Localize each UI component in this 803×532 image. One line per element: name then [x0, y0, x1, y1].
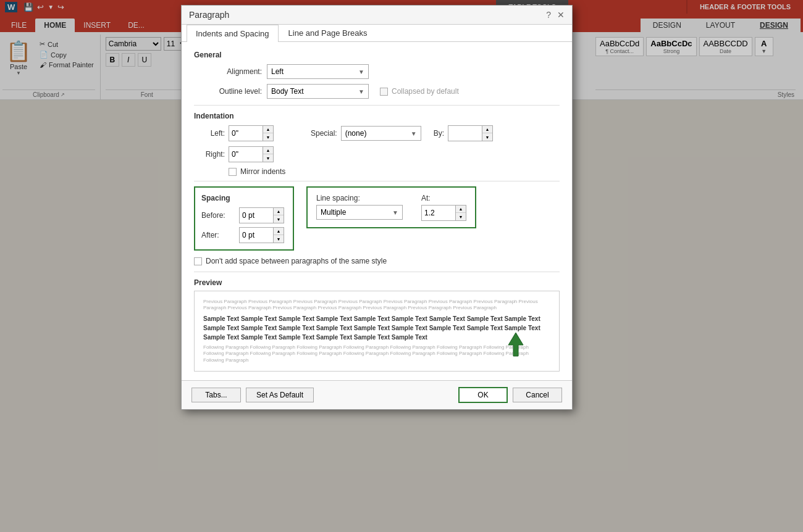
- outline-level-dropdown[interactable]: Body Text ▼: [267, 84, 369, 99]
- special-label: Special:: [311, 129, 337, 138]
- special-arrow-icon: ▼: [411, 130, 417, 137]
- after-down[interactable]: ▼: [274, 235, 284, 243]
- dialog-tabs: Indents and Spacing Line and Page Breaks: [182, 25, 572, 42]
- left-indent-value: 0": [229, 126, 263, 141]
- collapsed-label: Collapsed by default: [392, 87, 459, 96]
- tab-indents-spacing[interactable]: Indents and Spacing: [187, 25, 279, 42]
- after-up[interactable]: ▲: [274, 228, 284, 235]
- by-spinner[interactable]: ▲ ▼: [448, 125, 493, 141]
- line-spacing-dropdown[interactable]: Multiple ▼: [316, 205, 403, 220]
- alignment-label: Alignment:: [194, 67, 262, 76]
- indentation-section: Indentation Left: 0" ▲ ▼: [194, 112, 560, 176]
- mirror-checkbox[interactable]: [229, 168, 237, 176]
- preview-box: Previous Paragraph Previous Paragraph Pr…: [194, 291, 560, 372]
- line-spacing-section: Line spacing: Multiple ▼ At: 1.2: [306, 186, 476, 228]
- line-spacing-label: Line spacing:: [316, 194, 403, 202]
- preview-section: Preview Previous Paragraph Previous Para…: [194, 278, 560, 372]
- spacing-section: Spacing Before: 0 pt ▲ ▼ After:: [194, 186, 294, 251]
- before-up[interactable]: ▲: [274, 208, 284, 215]
- preview-sample: Sample Text Sample Text Sample Text Samp…: [203, 314, 550, 342]
- outline-arrow-icon: ▼: [358, 88, 364, 95]
- before-down[interactable]: ▼: [274, 215, 284, 223]
- at-label: At:: [421, 194, 466, 202]
- left-indent-label: Left:: [194, 129, 225, 138]
- general-section: General Alignment: Left ▼ Outline level:…: [194, 51, 560, 99]
- left-indent-up[interactable]: ▲: [263, 126, 273, 133]
- after-label: After:: [201, 231, 235, 239]
- preview-title: Preview: [194, 278, 560, 287]
- after-spinner[interactable]: 0 pt ▲ ▼: [239, 227, 284, 243]
- cancel-button[interactable]: Cancel: [513, 388, 562, 402]
- left-indent-down[interactable]: ▼: [263, 133, 273, 141]
- by-label: By:: [434, 129, 444, 138]
- dialog-close-button[interactable]: ✕: [557, 10, 565, 20]
- no-space-label: Don't add space between paragraphs of th…: [206, 257, 387, 265]
- tab-line-page-breaks[interactable]: Line and Page Breaks: [280, 25, 376, 41]
- right-indent-spinner[interactable]: 0" ▲ ▼: [229, 146, 274, 162]
- right-indent-value: 0": [229, 147, 263, 162]
- dialog-help-button[interactable]: ?: [546, 10, 551, 20]
- divider-3: [194, 272, 560, 272]
- line-spacing-arrow-icon: ▼: [392, 209, 398, 216]
- svg-marker-0: [508, 333, 523, 356]
- right-indent-label: Right:: [194, 150, 225, 159]
- preview-prev-para: Previous Paragraph Previous Paragraph Pr…: [203, 299, 550, 312]
- mirror-label: Mirror indents: [240, 167, 285, 176]
- by-value: [448, 126, 482, 141]
- spacing-title: Spacing: [201, 194, 284, 202]
- left-indent-spinner[interactable]: 0" ▲ ▼: [229, 125, 274, 141]
- tabs-button[interactable]: Tabs...: [191, 388, 241, 402]
- dialog-title: Paragraph: [189, 10, 229, 20]
- paragraph-dialog: Paragraph ? ✕ Indents and Spacing Line a…: [181, 5, 573, 410]
- at-spinner[interactable]: 1.2 ▲ ▼: [421, 205, 466, 221]
- general-title: General: [194, 51, 560, 59]
- by-up[interactable]: ▲: [482, 126, 492, 133]
- at-down[interactable]: ▼: [456, 213, 466, 220]
- by-down[interactable]: ▼: [482, 133, 492, 141]
- divider-1: [194, 105, 560, 106]
- special-dropdown[interactable]: (none) ▼: [341, 126, 421, 141]
- no-space-checkbox[interactable]: [194, 257, 202, 265]
- dialog-footer: Tabs... Set As Default OK Cancel: [182, 380, 572, 409]
- dialog-body: General Alignment: Left ▼ Outline level:…: [182, 42, 572, 380]
- collapsed-checkbox[interactable]: [380, 88, 388, 96]
- divider-2: [194, 181, 560, 181]
- indentation-title: Indentation: [194, 112, 560, 120]
- down-arrow-indicator: [503, 333, 528, 365]
- right-indent-up[interactable]: ▲: [263, 147, 273, 154]
- set-default-button[interactable]: Set As Default: [246, 388, 314, 402]
- preview-follow-para: Following Paragraph Following Paragraph …: [203, 344, 550, 364]
- at-up[interactable]: ▲: [456, 206, 466, 213]
- before-spinner[interactable]: 0 pt ▲ ▼: [239, 207, 284, 223]
- alignment-arrow-icon: ▼: [358, 69, 364, 75]
- before-label: Before:: [201, 211, 235, 220]
- ok-button[interactable]: OK: [458, 387, 508, 403]
- alignment-dropdown[interactable]: Left ▼: [267, 64, 369, 79]
- right-indent-down[interactable]: ▼: [263, 154, 273, 162]
- dialog-title-bar: Paragraph ? ✕: [182, 6, 572, 25]
- outline-level-label: Outline level:: [194, 87, 262, 96]
